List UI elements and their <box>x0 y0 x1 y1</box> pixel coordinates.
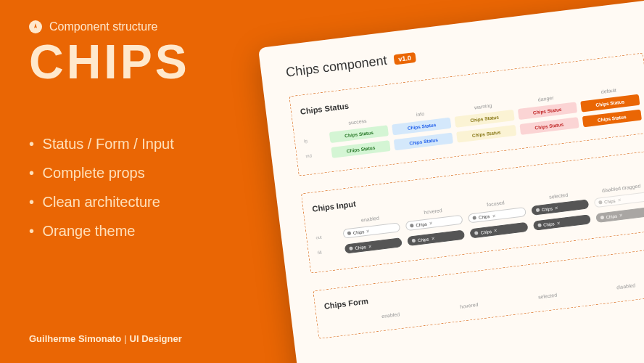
row-label: out <box>315 232 338 240</box>
input-chip[interactable]: Chips✕ <box>468 207 526 224</box>
promo-card: Component structure CHIPS Status / Form … <box>0 0 644 363</box>
avatar-icon <box>410 224 414 228</box>
col-header: disabled <box>590 280 644 293</box>
col-header: hovered <box>433 298 505 312</box>
avatar-icon <box>598 200 603 205</box>
close-icon[interactable]: ✕ <box>366 228 371 234</box>
close-icon: ✕ <box>617 197 622 203</box>
feature-list: Status / Form / Input Complete props Cle… <box>29 129 290 245</box>
feature-item: Clean architecture <box>29 187 290 216</box>
author-name: Guilherme Simonato <box>29 333 121 344</box>
input-chip[interactable]: Chips✕ <box>342 222 400 239</box>
logo-icon <box>29 20 42 33</box>
avatar-icon <box>600 216 604 220</box>
separator: | <box>124 333 126 344</box>
author-role: UI Designer <box>130 333 182 344</box>
avatar-icon <box>347 232 352 236</box>
status-chip-default[interactable]: Chips Status <box>580 94 640 113</box>
status-chip-warning[interactable]: Chips Status <box>455 110 514 128</box>
chip-label: Chips <box>604 198 616 204</box>
chip-label: Chips <box>480 229 492 234</box>
input-chip-disabled: Chips✕ <box>595 207 644 224</box>
chip-label: Chips <box>416 221 427 227</box>
close-icon[interactable]: ✕ <box>431 236 435 242</box>
close-icon[interactable]: ✕ <box>554 205 558 211</box>
close-icon: ✕ <box>619 213 623 219</box>
input-chip[interactable]: Chips✕ <box>407 229 465 246</box>
avatar-icon <box>349 246 353 250</box>
feature-item: Status / Form / Input <box>29 129 290 158</box>
input-chip-selected[interactable]: Chips✕ <box>531 199 589 216</box>
chip-label: Chips <box>543 221 555 227</box>
feature-item: Complete props <box>29 158 290 187</box>
author-credit: Guilherme Simonato|UI Designer <box>29 333 182 344</box>
status-chip-success[interactable]: Chips Status <box>329 125 389 143</box>
close-icon[interactable]: ✕ <box>368 243 372 249</box>
close-icon[interactable]: ✕ <box>492 213 496 219</box>
page-title: CHIPS <box>29 38 290 86</box>
input-chip[interactable]: Chips✕ <box>470 222 528 239</box>
version-badge: v1.0 <box>394 52 416 64</box>
input-chip[interactable]: Chips✕ <box>405 215 463 232</box>
close-icon[interactable]: ✕ <box>429 221 433 227</box>
status-chip-info[interactable]: Chips Status <box>394 132 453 150</box>
col-header <box>326 318 348 326</box>
input-chip[interactable]: Chips✕ <box>344 237 402 254</box>
status-chip-danger[interactable]: Chips Status <box>519 117 579 135</box>
avatar-icon <box>537 223 542 227</box>
component-panel: Chips component v1.0 Chips Status succes… <box>258 0 644 363</box>
chip-label: Chips <box>541 206 553 212</box>
avatar-icon <box>474 231 479 235</box>
panel-title: Chips component <box>285 53 388 81</box>
input-chip-disabled: Chips✕ <box>593 192 644 208</box>
status-chip-default[interactable]: Chips Status <box>582 110 642 128</box>
close-icon[interactable]: ✕ <box>556 220 561 226</box>
feature-item: Orange theme <box>29 216 290 245</box>
row-label: md <box>305 151 328 158</box>
subtitle-row: Component structure <box>29 20 290 33</box>
col-header: disabled dragged <box>593 182 644 195</box>
col-header <box>314 221 337 229</box>
chip-label: Chips <box>355 245 366 250</box>
avatar-icon <box>473 216 477 220</box>
status-chip-success[interactable]: Chips Status <box>331 140 390 158</box>
status-chip-warning[interactable]: Chips Status <box>456 125 516 143</box>
col-header: enabled <box>355 309 426 322</box>
left-content: Component structure CHIPS Status / Form … <box>29 20 290 245</box>
col-header: selected <box>511 289 583 303</box>
chip-label: Chips <box>606 213 617 219</box>
subtitle-text: Component structure <box>49 20 157 33</box>
close-icon[interactable]: ✕ <box>493 228 498 234</box>
row-label: lg <box>304 136 326 143</box>
status-chip-info[interactable]: Chips Status <box>392 118 451 136</box>
chip-label: Chips <box>418 237 429 242</box>
input-chip-selected[interactable]: Chips✕ <box>532 214 590 231</box>
row-label: fill <box>318 248 340 255</box>
avatar-icon <box>412 239 416 243</box>
chip-label: Chips <box>353 229 365 235</box>
status-chip-danger[interactable]: Chips Status <box>517 102 577 120</box>
chip-label: Chips <box>479 214 490 220</box>
col-header <box>302 123 325 131</box>
avatar-icon <box>535 208 540 213</box>
